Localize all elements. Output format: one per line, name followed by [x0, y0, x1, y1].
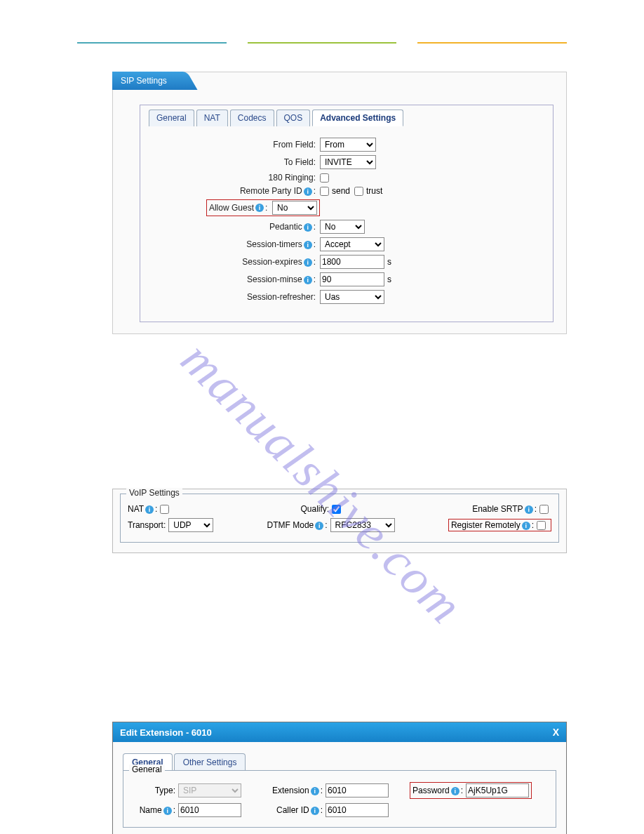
sip-settings-panel: SIP Settings General NAT Codecs QOS Adva… — [112, 72, 567, 334]
sip-subtabs: General NAT Codecs QOS Advanced Settings — [145, 110, 549, 126]
remote-party-send-checkbox[interactable] — [320, 187, 329, 196]
ringing-180-checkbox[interactable] — [320, 173, 329, 183]
session-minse-label: Session-minsei: — [152, 274, 320, 284]
nat-checkbox[interactable] — [160, 505, 169, 514]
from-field-label: From Field: — [152, 140, 320, 150]
info-icon[interactable]: i — [311, 787, 319, 795]
session-expires-label: Session-expiresi: — [152, 257, 320, 267]
tab-qos[interactable]: QOS — [276, 110, 311, 126]
remote-party-trust-checkbox[interactable] — [354, 187, 363, 196]
info-icon[interactable]: i — [145, 505, 154, 514]
to-field-select[interactable]: INVITE — [320, 155, 376, 169]
ext-name-input[interactable] — [178, 803, 241, 817]
info-icon[interactable]: i — [304, 187, 312, 196]
session-timers-select[interactable]: Accept — [320, 237, 384, 251]
enable-srtp-checkbox[interactable] — [539, 505, 549, 514]
info-icon[interactable]: i — [304, 241, 312, 249]
session-refresher-label: Session-refresher: — [152, 292, 320, 302]
ext-password-highlight: Passwordi: — [410, 782, 532, 799]
info-icon[interactable]: i — [522, 522, 530, 530]
ext-name-label: Namei: — [130, 805, 178, 815]
ext-tab-other-settings[interactable]: Other Settings — [174, 753, 246, 771]
qualify-checkbox[interactable] — [332, 505, 341, 514]
info-icon[interactable]: i — [304, 276, 312, 284]
info-icon[interactable]: i — [304, 223, 312, 232]
ext-callerid-label: Caller IDi: — [262, 805, 326, 815]
session-timers-label: Session-timersi: — [152, 239, 320, 249]
dtmf-mode-select[interactable]: RFC2833 — [330, 518, 395, 532]
from-field-select[interactable]: From — [320, 138, 376, 152]
ext-general-legend: General — [129, 764, 165, 774]
sip-settings-title: SIP Settings — [112, 72, 180, 90]
remote-party-send-label: send — [332, 186, 350, 196]
ext-type-label: Type: — [130, 786, 178, 795]
ext-password-label: Passwordi: — [412, 786, 466, 795]
tab-general[interactable]: General — [149, 110, 194, 126]
transport-select[interactable]: UDP — [168, 518, 213, 532]
ext-extension-input[interactable] — [326, 783, 389, 797]
info-icon[interactable]: i — [304, 258, 312, 267]
tab-codecs[interactable]: Codecs — [230, 110, 274, 126]
voip-settings-legend: VoIP Settings — [126, 488, 182, 498]
register-remotely-checkbox[interactable] — [537, 521, 546, 530]
tab-advanced-settings[interactable]: Advanced Settings — [312, 110, 403, 126]
edit-extension-panel: Edit Extension - 6010 X General Other Se… — [112, 722, 567, 834]
edit-extension-titlebar: Edit Extension - 6010 X — [113, 722, 566, 742]
ext-password-input[interactable] — [466, 783, 529, 797]
info-icon[interactable]: i — [315, 522, 323, 530]
register-remotely-highlight: Register Remotelyi: — [448, 519, 551, 531]
transport-label: Transport: — [128, 520, 166, 530]
dtmf-mode-label: DTMF Modei: — [267, 520, 328, 530]
to-field-label: To Field: — [152, 157, 320, 167]
ext-extension-label: Extensioni: — [262, 786, 326, 795]
info-icon[interactable]: i — [451, 787, 459, 795]
pedantic-select[interactable]: No — [320, 220, 365, 234]
info-icon[interactable]: i — [311, 807, 319, 815]
close-icon[interactable]: X — [553, 727, 559, 738]
session-expires-input[interactable] — [320, 255, 384, 269]
allow-guest-label: Allow Guest — [209, 203, 254, 213]
ext-type-select: SIP — [178, 783, 241, 797]
session-minse-unit: s — [387, 274, 391, 284]
info-icon[interactable]: i — [255, 204, 264, 212]
tab-nat[interactable]: NAT — [196, 110, 228, 126]
edit-extension-title: Edit Extension - 6010 — [120, 727, 212, 738]
enable-srtp-label: Enable SRTPi: — [472, 504, 537, 514]
info-icon[interactable]: i — [163, 807, 172, 815]
nat-label: NATi: — [128, 504, 157, 514]
session-minse-input[interactable] — [320, 272, 384, 286]
header-rules — [77, 42, 567, 44]
session-expires-unit: s — [387, 257, 391, 267]
allow-guest-highlight: Allow Guesti: No — [206, 199, 320, 216]
voip-settings-panel: VoIP Settings NATi: Qualify: Enable SRTP… — [112, 489, 567, 553]
allow-guest-select[interactable]: No — [272, 201, 317, 215]
ext-callerid-input[interactable] — [326, 803, 389, 817]
pedantic-label: Pedantici: — [152, 222, 320, 232]
remote-party-trust-label: trust — [366, 186, 382, 196]
remote-party-id-label: Remote Party IDi: — [152, 186, 320, 196]
session-refresher-select[interactable]: Uas — [320, 290, 384, 304]
ringing-180-label: 180 Ringing: — [152, 173, 320, 183]
register-remotely-label: Register Remotelyi: — [451, 520, 534, 530]
qualify-label: Qualify: — [300, 504, 329, 514]
info-icon[interactable]: i — [525, 505, 533, 514]
